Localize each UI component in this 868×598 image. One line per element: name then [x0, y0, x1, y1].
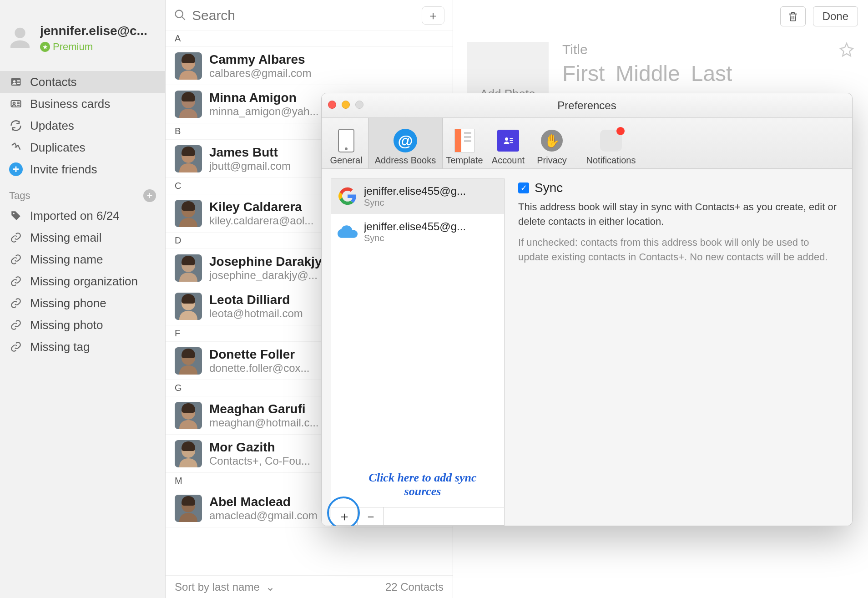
add-sync-sources-callout: Click here to add sync sources: [359, 471, 486, 498]
tags-header-label: Tags: [9, 190, 30, 202]
tab-template[interactable]: Template: [443, 117, 486, 168]
svg-rect-2: [17, 80, 20, 81]
tab-account[interactable]: Account: [486, 117, 530, 168]
sidebar: jennifer.elise@c... ★ Premium ContactsBu…: [0, 0, 166, 598]
tag-item[interactable]: Missing email: [0, 227, 165, 248]
close-window-icon[interactable]: [328, 101, 336, 109]
minimize-window-icon[interactable]: [342, 101, 350, 109]
tag-item[interactable]: Missing name: [0, 248, 165, 270]
at-sign-icon: @: [394, 129, 417, 152]
tag-item[interactable]: Missing tag: [0, 336, 165, 358]
avatar: [175, 145, 202, 172]
svg-rect-35: [510, 140, 513, 141]
remove-address-book-button[interactable]: －: [358, 507, 384, 525]
address-book-status: Sync: [364, 198, 498, 208]
tag-label: Missing name: [30, 253, 103, 267]
tab-address-books[interactable]: @ Address Books: [368, 117, 443, 168]
sidebar-item-business-cards[interactable]: Business cards: [0, 93, 165, 115]
contact-row[interactable]: Cammy Albares calbares@gmail.com: [166, 47, 453, 85]
hand-icon: ✋: [540, 129, 564, 152]
avatar: [175, 293, 202, 320]
avatar: [175, 347, 202, 375]
favorite-star-icon[interactable]: [839, 42, 854, 57]
add-contact-button[interactable]: ＋: [422, 6, 444, 25]
tab-general[interactable]: General: [324, 117, 368, 168]
avatar: [175, 495, 202, 522]
tag-item[interactable]: Missing organization: [0, 270, 165, 292]
avatar: [175, 254, 202, 282]
sidebar-item-label: Contacts: [30, 75, 77, 89]
premium-label: Premium: [53, 41, 93, 53]
sidebar-item-label: Updates: [30, 119, 74, 133]
address-book-row[interactable]: jeniffer.elise455@g... Sync: [331, 178, 504, 214]
search-input[interactable]: [192, 8, 417, 23]
svg-point-10: [13, 213, 14, 214]
chevron-down-icon: ⌄: [266, 581, 275, 593]
avatar: [175, 440, 202, 467]
link-icon: [9, 274, 23, 288]
tag-icon: [9, 209, 23, 223]
sort-dropdown[interactable]: Sort by last name ⌄: [175, 581, 275, 593]
done-button[interactable]: Done: [813, 6, 858, 26]
tag-item[interactable]: Missing phone: [0, 292, 165, 314]
svg-point-11: [176, 10, 183, 18]
sidebar-item-updates[interactable]: Updates: [0, 115, 165, 137]
svg-point-6: [13, 102, 15, 105]
first-name-field[interactable]: First: [562, 61, 605, 86]
svg-line-12: [182, 17, 185, 20]
contact-title-field[interactable]: Title: [562, 42, 732, 57]
svg-point-1: [13, 80, 15, 82]
avatar: [175, 200, 202, 227]
sidebar-item-label: Invite friends: [30, 162, 97, 177]
preferences-toolbar: General @ Address Books Template Account…: [322, 118, 852, 169]
duplicates-icon: [9, 141, 23, 154]
google-icon: [338, 186, 358, 206]
tab-notifications[interactable]: Notifications: [574, 117, 648, 168]
sidebar-item-invite-friends[interactable]: +Invite friends: [0, 158, 165, 180]
address-book-status: Sync: [364, 233, 498, 243]
tag-label: Missing photo: [30, 318, 103, 332]
sync-note: If unchecked: contacts from this address…: [518, 235, 838, 264]
search-icon: [174, 9, 187, 22]
link-icon: [9, 340, 23, 354]
svg-rect-34: [510, 138, 513, 139]
link-icon: [9, 296, 23, 310]
tag-label: Imported on 6/24: [30, 209, 120, 223]
middle-name-field[interactable]: Middle: [616, 61, 680, 86]
account-email: jennifer.elise@c...: [40, 24, 160, 38]
account-card-icon: [496, 129, 520, 152]
phone-icon: [334, 129, 358, 152]
contact-count: 22 Contacts: [385, 581, 444, 593]
svg-point-33: [505, 137, 508, 141]
tab-privacy[interactable]: ✋ Privacy: [530, 117, 574, 168]
contact-subtitle: calbares@gmail.com: [209, 67, 444, 80]
template-icon: [453, 129, 476, 152]
tag-item[interactable]: Imported on 6/24: [0, 205, 165, 227]
tag-label: Missing organization: [30, 274, 138, 289]
sidebar-item-contacts[interactable]: Contacts: [0, 71, 165, 93]
avatar: [175, 52, 202, 80]
sidebar-item-label: Business cards: [30, 97, 110, 111]
add-tag-button[interactable]: +: [143, 189, 156, 202]
icloud-icon: [338, 222, 358, 242]
contacts-icon: [9, 75, 23, 89]
preferences-titlebar[interactable]: Preferences: [322, 93, 852, 118]
sync-checkbox[interactable]: ✓: [518, 182, 529, 193]
delete-contact-button[interactable]: [780, 6, 806, 26]
sync-description: This address book will stay in sync with…: [518, 200, 838, 229]
link-icon: [9, 253, 23, 266]
zoom-window-icon[interactable]: [355, 101, 363, 109]
sidebar-profile[interactable]: jennifer.elise@c... ★ Premium: [0, 0, 165, 71]
contact-name: Cammy Albares: [209, 52, 444, 67]
tag-label: Missing phone: [30, 296, 106, 310]
tag-item[interactable]: Missing photo: [0, 314, 165, 336]
avatar: [175, 91, 202, 118]
address-book-name: jeniffer.elise455@g...: [364, 220, 498, 233]
updates-icon: [9, 119, 23, 132]
last-name-field[interactable]: Last: [691, 61, 732, 86]
tag-label: Missing email: [30, 231, 102, 245]
sidebar-item-duplicates[interactable]: Duplicates: [0, 137, 165, 158]
business-cards-icon: [9, 97, 23, 111]
address-book-list: jeniffer.elise455@g... Sync jeniffer.eli…: [331, 178, 505, 507]
address-book-row[interactable]: jeniffer.elise455@g... Sync: [331, 214, 504, 249]
